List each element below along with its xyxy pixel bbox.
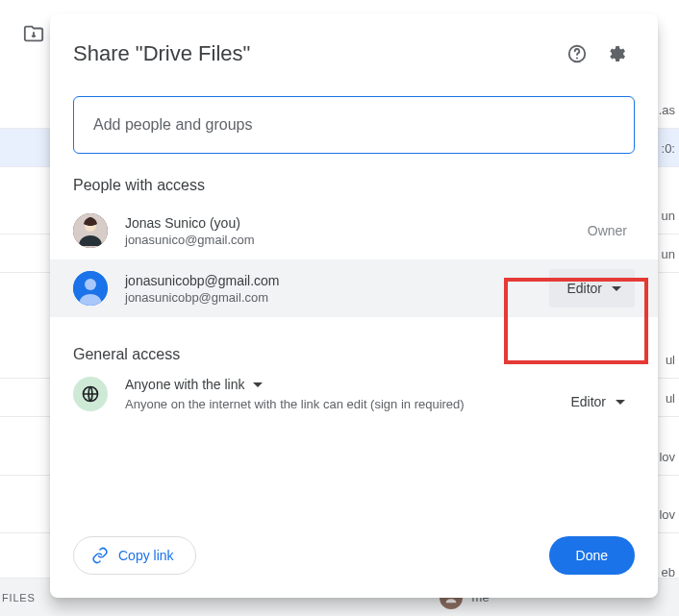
general-access-role-dropdown[interactable]: Editor [553, 382, 635, 421]
svg-point-2 [576, 58, 578, 60]
dialog-header: Share "Drive Files" [50, 13, 658, 73]
role-label: Editor [566, 281, 602, 296]
done-label: Done [576, 548, 608, 563]
add-people-input[interactable] [73, 96, 635, 154]
owner-badge: Owner [588, 223, 635, 238]
copy-link-label: Copy link [118, 548, 174, 563]
role-label: Editor [570, 394, 606, 409]
role-dropdown[interactable]: Editor [549, 269, 635, 308]
globe-icon [73, 377, 108, 411]
settings-button[interactable] [596, 35, 635, 73]
chevron-down-icon [253, 382, 263, 387]
general-access-desc: Anyone on the internet with the link can… [125, 396, 471, 413]
svg-point-6 [85, 279, 96, 290]
dialog-title: Share "Drive Files" [73, 41, 558, 66]
person-row-editor[interactable]: jonasunicobp@gmail.com jonasunicobp@gmai… [50, 259, 658, 317]
person-email: jonasunico@gmail.com [125, 233, 588, 247]
general-access-row: Anyone with the link Anyone on the inter… [50, 363, 658, 421]
help-icon [566, 43, 588, 64]
share-dialog: Share "Drive Files" People with access J… [50, 13, 658, 598]
add-people-wrap [50, 73, 658, 154]
general-access-title: General access [50, 317, 658, 363]
person-row-owner: Jonas Sunico (you) jonasunico@gmail.com … [50, 202, 658, 259]
gear-icon [605, 43, 626, 64]
general-access-mode-dropdown[interactable]: Anyone with the link [125, 377, 553, 392]
person-text: jonasunicobp@gmail.com jonasunicobp@gmai… [125, 273, 549, 305]
avatar [73, 213, 108, 248]
done-button[interactable]: Done [549, 536, 635, 575]
link-icon [91, 547, 109, 564]
chevron-down-icon [612, 286, 621, 291]
avatar [73, 271, 108, 306]
person-name: Jonas Sunico (you) [125, 215, 588, 231]
person-text: Jonas Sunico (you) jonasunico@gmail.com [125, 215, 588, 247]
dialog-footer: Copy link Done [50, 513, 658, 598]
general-access-text: Anyone with the link Anyone on the inter… [125, 377, 553, 413]
person-email: jonasunicobp@gmail.com [125, 290, 549, 305]
chevron-down-icon [616, 400, 625, 405]
people-section-title: People with access [50, 154, 658, 194]
bg-bottom-label: FILES [0, 592, 36, 604]
person-name: jonasunicobp@gmail.com [125, 273, 549, 288]
move-folder-icon [23, 23, 44, 48]
copy-link-button[interactable]: Copy link [73, 536, 196, 575]
general-access-mode: Anyone with the link [125, 377, 245, 392]
help-button[interactable] [558, 35, 596, 73]
